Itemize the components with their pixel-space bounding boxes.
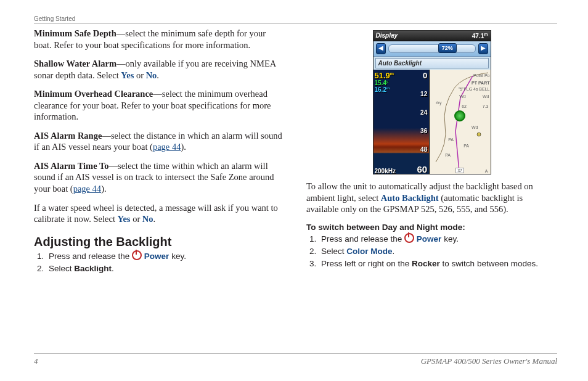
step-3-right: Press left or right on the Rocker to swi…: [319, 258, 557, 270]
device-split-view: 51.9m 15.4c 16.2m 0 12 24 36 48 60 200kH…: [374, 70, 491, 174]
power-key-label: Power: [144, 252, 169, 261]
right-column: Display 47.1m ◀ 72% ▶ Auto Backlight 51.…: [306, 28, 557, 281]
term-aat: AIS Alarm Time To: [34, 161, 109, 171]
chart-lbl-flg: "5"FLG 4s BELL: [459, 87, 490, 91]
backlight-label: Backlight: [74, 264, 112, 273]
chart-lbl-wd2: Wd: [483, 94, 489, 99]
option-yes: Yes: [121, 70, 134, 80]
step-1a: Press and release the: [49, 252, 132, 261]
running-header: Getting Started: [34, 15, 557, 24]
link-page-44-a[interactable]: page 44: [153, 142, 181, 152]
rs1a: Press and release the: [321, 234, 404, 244]
para-shallow-water-alarm: Shallow Water Alarm—only available if yo…: [34, 58, 285, 81]
power-icon: [132, 250, 142, 260]
device-screenshot: Display 47.1m ◀ 72% ▶ Auto Backlight 51.…: [373, 30, 491, 174]
sonar-depth: 51.9m: [375, 71, 394, 80]
text-aar-2: ).: [181, 142, 186, 152]
steps-title-daynight: To switch between Day and Night mode:: [306, 223, 557, 232]
sonar-temp-unit: c: [386, 80, 388, 83]
option-no: No: [146, 70, 157, 80]
sonar-scale-0: 0: [423, 71, 427, 80]
sonar-scale-24: 24: [420, 109, 427, 116]
para-min-overhead: Minimum Overhead Clearance—select the mi…: [34, 88, 285, 123]
step-1-right: Press and release the Power key.: [319, 233, 557, 245]
rs3a: Press left or right on the: [321, 259, 412, 268]
heading-adjusting-backlight: Adjusting the Backlight: [34, 235, 285, 249]
chart-lbl-pointpo: Point Po: [473, 73, 489, 78]
chart-lbl-73: 7.3: [483, 104, 489, 109]
text-or-2: or: [131, 214, 142, 224]
page-footer: 4 GPSMAP 400/500 Series Owner's Manual: [34, 353, 557, 366]
para-ais-range: AIS Alarm Range—select the distance in w…: [34, 130, 285, 153]
para-ais-time-to: AIS Alarm Time To—select the time within…: [34, 160, 285, 195]
para-min-safe-depth: Minimum Safe Depth—select the minimum sa…: [34, 28, 285, 51]
chart-panel: Point Po PT PART "5"FLG 4s BELL Wd Wd rk…: [430, 70, 490, 174]
chart-lbl-wd1: Wd: [459, 94, 466, 99]
chart-lbl-37: 37: [455, 168, 464, 173]
text-or-1: or: [134, 70, 145, 80]
slider-left-arrow[interactable]: ◀: [376, 43, 386, 54]
sonar-temp: 15.4c: [375, 80, 389, 86]
auto-backlight-button[interactable]: Auto Backlight: [375, 58, 489, 68]
sonar-v3-unit: m: [386, 86, 390, 90]
chart-lbl-ptpart: PT PART: [472, 81, 489, 85]
sonar-v3-val: 16.2: [375, 87, 386, 94]
dot-1: .: [157, 70, 159, 80]
chart-lbl-a: A: [485, 169, 488, 173]
backlight-slider-row: ◀ 72% ▶: [374, 41, 491, 57]
steps-daynight: Press and release the Power key. Select …: [306, 233, 557, 271]
option-no-2: No: [142, 214, 153, 224]
sonar-temp-val: 15.4: [375, 80, 386, 87]
sonar-scale-12: 12: [420, 91, 427, 97]
chart-lbl-62: 62: [462, 104, 467, 109]
para-water-speed-wheel: If a water speed wheel is detected, a me…: [34, 202, 285, 225]
step-2a: Select: [49, 264, 74, 273]
step-1-left: Press and release the Power key.: [46, 250, 285, 263]
slider-right-arrow[interactable]: ▶: [478, 43, 488, 54]
color-mode-label: Color Mode: [346, 247, 392, 256]
step-2-right: Select Color Mode.: [319, 245, 557, 258]
text-wsw-1: If a water speed wheel is detected, a me…: [34, 203, 278, 224]
power-key-label-2: Power: [417, 234, 442, 244]
term-aar: AIS Alarm Range: [34, 131, 102, 141]
sonar-v3: 16.2m: [375, 86, 390, 93]
rs2b: .: [393, 247, 395, 256]
device-reading: 47.1m: [472, 32, 488, 39]
sonar-scale-60: 60: [417, 164, 428, 174]
boat-icon: [454, 110, 465, 121]
left-column: Minimum Safe Depth—select the minimum sa…: [34, 28, 285, 281]
backlight-slider-thumb[interactable]: 72%: [438, 43, 457, 53]
rocker-label: Rocker: [412, 259, 440, 268]
device-title: Display: [376, 32, 398, 39]
reading-value: 47.1: [472, 33, 484, 39]
step-1b: key.: [169, 252, 186, 261]
link-page-44-b[interactable]: page 44: [73, 184, 102, 194]
rs3b: to switch between modes.: [440, 259, 538, 268]
device-titlebar: Display 47.1m: [374, 31, 491, 41]
reading-unit: m: [484, 32, 488, 36]
option-yes-2: Yes: [118, 214, 131, 224]
power-icon: [404, 233, 414, 243]
sonar-depth-unit: m: [390, 72, 394, 76]
steps-backlight: Press and release the Power key. Select …: [34, 250, 285, 276]
sonar-scale-36: 36: [420, 128, 427, 134]
step-2b: .: [112, 264, 114, 273]
chart-lbl-pa2: PA: [463, 144, 469, 148]
term-swa: Shallow Water Alarm: [34, 59, 116, 68]
chart-lines: [430, 70, 490, 174]
chart-lbl-pa1: PA: [448, 137, 454, 142]
step-2-left: Select Backlight.: [46, 263, 285, 275]
rs1b: key.: [441, 234, 459, 244]
sonar-scale-48: 48: [420, 146, 427, 153]
rs2a: Select: [321, 247, 346, 256]
sonar-freq: 200kHz: [375, 168, 396, 174]
manual-title: GPSMAP 400/500 Series Owner's Manual: [421, 356, 557, 366]
text-aat-2: ).: [101, 184, 106, 194]
backlight-slider-track[interactable]: 72%: [388, 44, 476, 53]
para-auto-backlight: To allow the unit to automatically adjus…: [306, 181, 557, 215]
dot-2: .: [153, 214, 156, 224]
svg-point-0: [477, 133, 481, 136]
term-msd: Minimum Safe Depth: [34, 28, 116, 38]
chart-lbl-rky: rky: [436, 100, 441, 105]
page-number: 4: [34, 356, 38, 366]
